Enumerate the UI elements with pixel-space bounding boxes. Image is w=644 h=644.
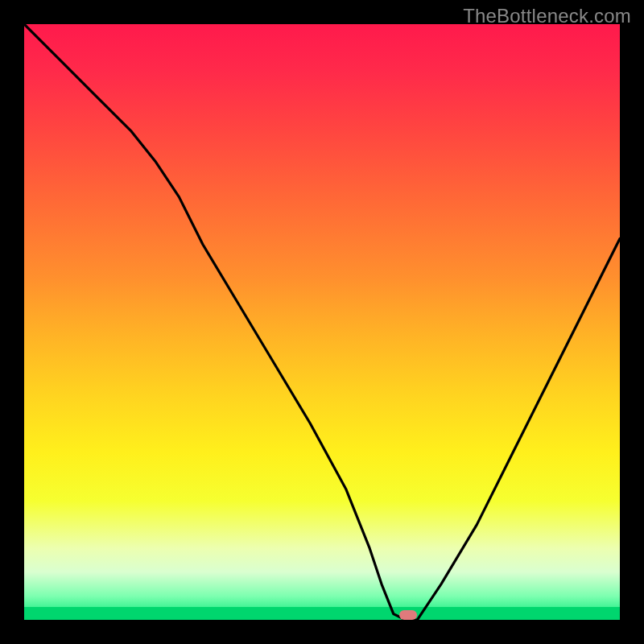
plot-area: [24, 24, 620, 620]
trough-marker: [399, 610, 417, 620]
chart-frame: TheBottleneck.com: [0, 0, 644, 644]
watermark-text: TheBottleneck.com: [463, 5, 631, 27]
bottleneck-curve: [24, 24, 620, 620]
